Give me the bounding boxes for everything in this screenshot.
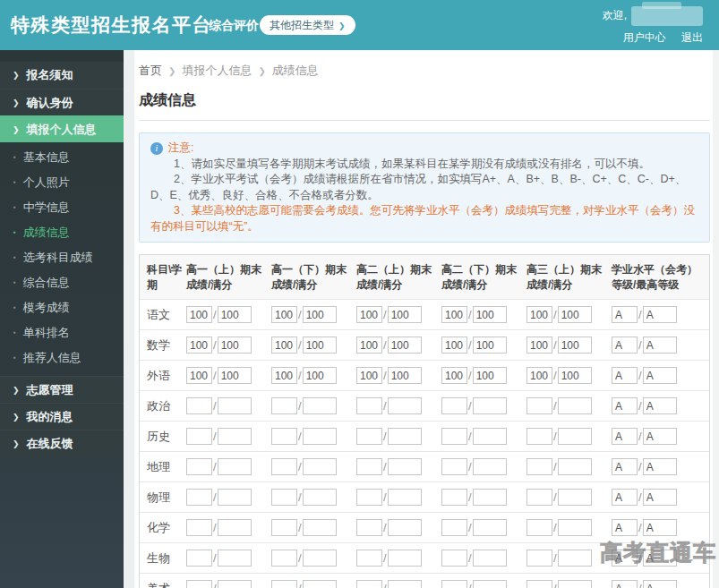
breadcrumb-item[interactable]: 首页 <box>139 64 162 77</box>
max-grade-input-geography[interactable] <box>643 458 677 475</box>
max-grade-input-math[interactable] <box>643 337 677 354</box>
grade-input-foreign-language[interactable] <box>612 367 638 384</box>
score-input-chinese-sem1[interactable] <box>186 306 212 323</box>
other-enroll-types-button[interactable]: 其他招生类型❯ <box>260 15 355 35</box>
fullscore-input-physics-sem1[interactable] <box>218 489 252 506</box>
sidebar-item-comprehensive-info[interactable]: ▪综合信息 <box>0 270 124 295</box>
breadcrumb-item[interactable]: 填报个人信息 <box>182 64 252 77</box>
score-input-chemistry-sem3[interactable] <box>356 519 382 536</box>
sidebar-item-mock-exam-scores[interactable]: ▪模考成绩 <box>0 295 124 320</box>
grade-input-politics[interactable] <box>612 397 638 414</box>
score-input-chemistry-sem5[interactable] <box>526 519 552 536</box>
logout-link[interactable]: 退出 <box>681 31 703 44</box>
score-input-art-sem1[interactable] <box>186 580 212 588</box>
fullscore-input-geography-sem2[interactable] <box>303 458 337 475</box>
score-input-math-sem1[interactable] <box>186 337 212 354</box>
score-input-geography-sem1[interactable] <box>186 458 212 475</box>
sidebar-item-registration-notice[interactable]: ❯报名须知 <box>0 62 124 89</box>
score-input-chinese-sem2[interactable] <box>271 306 297 323</box>
fullscore-input-geography-sem1[interactable] <box>218 458 252 475</box>
fullscore-input-history-sem1[interactable] <box>218 428 252 445</box>
score-input-geography-sem2[interactable] <box>271 458 297 475</box>
score-input-foreign-language-sem3[interactable] <box>356 367 382 384</box>
max-grade-input-foreign-language[interactable] <box>643 367 677 384</box>
sidebar-item-my-messages[interactable]: ❯我的消息 <box>0 403 124 430</box>
max-grade-input-chinese[interactable] <box>643 306 677 323</box>
sidebar-item-score-info[interactable]: ▪成绩信息 <box>0 220 124 245</box>
score-input-math-sem5[interactable] <box>526 337 552 354</box>
score-input-physics-sem3[interactable] <box>356 489 382 506</box>
grade-input-physics[interactable] <box>612 489 638 506</box>
fullscore-input-chemistry-sem5[interactable] <box>558 519 592 536</box>
score-input-history-sem4[interactable] <box>441 428 467 445</box>
fullscore-input-history-sem2[interactable] <box>303 428 337 445</box>
fullscore-input-physics-sem4[interactable] <box>473 489 507 506</box>
score-input-geography-sem4[interactable] <box>441 458 467 475</box>
score-input-chinese-sem4[interactable] <box>441 306 467 323</box>
grade-input-biology[interactable] <box>612 550 638 567</box>
fullscore-input-math-sem2[interactable] <box>303 337 337 354</box>
sidebar-item-school-info[interactable]: ▪中学信息 <box>0 195 124 220</box>
fullscore-input-biology-sem2[interactable] <box>303 550 337 567</box>
score-input-physics-sem5[interactable] <box>526 489 552 506</box>
fullscore-input-biology-sem4[interactable] <box>473 550 507 567</box>
scrollbar-track[interactable] <box>713 50 719 588</box>
grade-input-history[interactable] <box>612 428 638 445</box>
max-grade-input-art[interactable] <box>643 580 677 588</box>
score-input-politics-sem1[interactable] <box>186 397 212 414</box>
fullscore-input-chemistry-sem2[interactable] <box>303 519 337 536</box>
score-input-chemistry-sem4[interactable] <box>441 519 467 536</box>
fullscore-input-foreign-language-sem2[interactable] <box>303 367 337 384</box>
grade-input-math[interactable] <box>612 337 638 354</box>
score-input-physics-sem4[interactable] <box>441 489 467 506</box>
score-input-history-sem3[interactable] <box>356 428 382 445</box>
fullscore-input-chinese-sem4[interactable] <box>473 306 507 323</box>
score-input-biology-sem4[interactable] <box>441 550 467 567</box>
fullscore-input-chinese-sem5[interactable] <box>558 306 592 323</box>
fullscore-input-politics-sem2[interactable] <box>303 397 337 414</box>
fullscore-input-math-sem4[interactable] <box>473 337 507 354</box>
score-input-math-sem4[interactable] <box>441 337 467 354</box>
score-input-politics-sem2[interactable] <box>271 397 297 414</box>
score-input-math-sem2[interactable] <box>271 337 297 354</box>
score-input-politics-sem4[interactable] <box>441 397 467 414</box>
fullscore-input-foreign-language-sem3[interactable] <box>388 367 422 384</box>
fullscore-input-history-sem3[interactable] <box>388 428 422 445</box>
max-grade-input-history[interactable] <box>643 428 677 445</box>
score-input-geography-sem5[interactable] <box>526 458 552 475</box>
fullscore-input-physics-sem5[interactable] <box>558 489 592 506</box>
fullscore-input-geography-sem4[interactable] <box>473 458 507 475</box>
fullscore-input-art-sem5[interactable] <box>558 580 592 588</box>
max-grade-input-biology[interactable] <box>643 550 677 567</box>
score-input-math-sem3[interactable] <box>356 337 382 354</box>
fullscore-input-math-sem5[interactable] <box>558 337 592 354</box>
fullscore-input-history-sem5[interactable] <box>558 428 592 445</box>
score-input-history-sem2[interactable] <box>271 428 297 445</box>
fullscore-input-biology-sem3[interactable] <box>388 550 422 567</box>
sidebar-item-application-management[interactable]: ❯志愿管理 <box>0 376 124 403</box>
sidebar-item-confirm-identity[interactable]: ❯确认身份 <box>0 89 124 115</box>
fullscore-input-biology-sem5[interactable] <box>558 550 592 567</box>
fullscore-input-physics-sem3[interactable] <box>388 489 422 506</box>
fullscore-input-math-sem3[interactable] <box>388 337 422 354</box>
score-input-art-sem5[interactable] <box>526 580 552 588</box>
max-grade-input-chemistry[interactable] <box>643 519 677 536</box>
sidebar-item-elective-subject-scores[interactable]: ▪选考科目成绩 <box>0 245 124 270</box>
score-input-biology-sem1[interactable] <box>186 550 212 567</box>
fullscore-input-politics-sem1[interactable] <box>218 397 252 414</box>
score-input-biology-sem3[interactable] <box>356 550 382 567</box>
fullscore-input-art-sem3[interactable] <box>388 580 422 588</box>
grade-input-geography[interactable] <box>612 458 638 475</box>
fullscore-input-chinese-sem3[interactable] <box>388 306 422 323</box>
max-grade-input-politics[interactable] <box>643 397 677 414</box>
score-input-foreign-language-sem1[interactable] <box>186 367 212 384</box>
fullscore-input-chemistry-sem3[interactable] <box>388 519 422 536</box>
score-input-chinese-sem3[interactable] <box>356 306 382 323</box>
fullscore-input-chinese-sem1[interactable] <box>218 306 252 323</box>
user-center-link[interactable]: 用户中心 <box>623 31 666 44</box>
score-input-history-sem5[interactable] <box>526 428 552 445</box>
fullscore-input-physics-sem2[interactable] <box>303 489 337 506</box>
fullscore-input-history-sem4[interactable] <box>473 428 507 445</box>
score-input-politics-sem5[interactable] <box>526 397 552 414</box>
score-input-physics-sem2[interactable] <box>271 489 297 506</box>
